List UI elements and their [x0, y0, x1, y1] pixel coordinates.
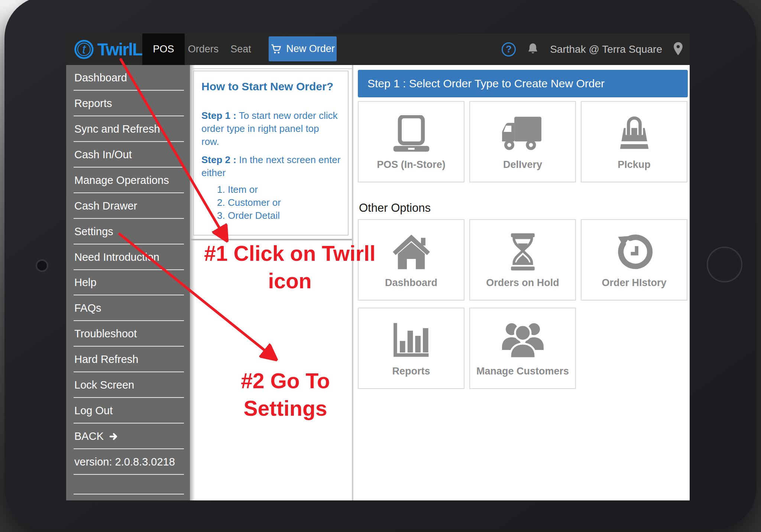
help-icon[interactable]: ?	[502, 42, 516, 56]
step2-label: Step 2 :	[201, 154, 236, 165]
order-type-tiles-row: POS (In-Store)DelIveryPIckup	[358, 101, 687, 182]
sidebar-item-label: Settings	[74, 226, 113, 238]
sidebar-item-label: Cash Drawer	[74, 200, 137, 212]
tile-pickup[interactable]: PIckup	[581, 101, 687, 182]
tile-orders-on-hold[interactable]: Orders on Hold	[469, 219, 576, 301]
navbar-right-cluster: ? Sarthak @ Terra Square	[502, 33, 684, 65]
sidebar-item-cash-in-out[interactable]: Cash In/Out	[66, 142, 190, 168]
home-icon	[383, 233, 439, 270]
step2-option: 2. Customer or	[217, 196, 342, 209]
tile-label: Orders on Hold	[470, 277, 575, 289]
sidebar-item-manage-operations[interactable]: Manage Operations	[66, 168, 190, 193]
annotation-note-1-line2: icon	[201, 267, 379, 295]
other-options-tiles-row2: ReportsManage Customers	[358, 308, 576, 389]
sidebar-item-help[interactable]: Help	[66, 270, 190, 296]
sidebar-menu: DashboardReportsSync and RefreshCash In/…	[66, 65, 190, 500]
sidebar-item-label: Troubleshoot	[74, 328, 137, 340]
top-navbar: t TwirlL POSOrdersSeat New Order ? Sarth…	[66, 33, 690, 65]
tab-seat[interactable]: Seat	[225, 33, 256, 65]
svg-text:t: t	[82, 42, 86, 56]
bezel-ring-highlight	[707, 247, 742, 282]
sidebar-item-label: Hard Refresh	[74, 353, 138, 366]
tile-pos-in-store[interactable]: POS (In-Store)	[358, 101, 464, 182]
other-options-heading: Other Options	[359, 201, 431, 215]
help-panel-top-border	[191, 68, 353, 69]
sidebar-item-label: version: 2.0.8.3.0218	[74, 456, 175, 468]
step2-option: 1. Item or	[217, 183, 342, 196]
sidebar-item-label: Need Introduction	[74, 251, 159, 263]
tile-label: POS (In-Store)	[359, 159, 464, 171]
sidebar-item-lock-screen[interactable]: Lock Screen	[66, 372, 190, 398]
tile-label: PIckup	[582, 159, 687, 171]
step2-options-list: 1. Item or2. Customer or3. Order Detail	[201, 183, 342, 222]
new-order-label: New Order	[286, 43, 335, 55]
twirll-logo-icon: t	[74, 39, 94, 60]
step1-paragraph: Step 1 : To start new order click order …	[201, 109, 342, 148]
annotation-note-1: #1 Click on Twirll icon	[201, 240, 379, 295]
step2-paragraph: Step 2 : In the next screen enter either	[201, 153, 342, 179]
brand-name: TwirlL	[97, 39, 142, 59]
sidebar-item-label: Help	[74, 276, 97, 289]
sidebar-filler	[66, 475, 190, 500]
sidebar-item-label: Manage Operations	[74, 174, 169, 186]
tile-order-history[interactable]: Order HIstory	[581, 219, 687, 301]
tile-label: Manage Customers	[470, 366, 575, 377]
shopping-bag-icon	[606, 115, 662, 152]
arrow-right-icon	[108, 432, 119, 441]
truck-icon	[495, 115, 551, 152]
sidebar-item-label: FAQs	[74, 302, 101, 314]
annotation-note-1-line1: #1 Click on Twirll	[201, 240, 379, 267]
sidebar-item-label: Dashboard	[74, 72, 127, 84]
sidebar-item-label: Sync and Refresh	[74, 123, 160, 135]
other-options-tiles-row1: DashboardOrders on HoldOrder HIstory	[358, 219, 687, 301]
sidebar-item-label: BACK	[74, 430, 104, 442]
twirll-logo[interactable]: t TwirlL	[74, 33, 142, 65]
tab-pos[interactable]: POS	[142, 33, 185, 65]
screenshot-stage: t TwirlL POSOrdersSeat New Order ? Sarth…	[0, 0, 761, 532]
people-icon	[495, 322, 551, 359]
tile-manage-customers[interactable]: Manage Customers	[469, 308, 576, 389]
new-order-button[interactable]: New Order	[269, 36, 337, 61]
how-to-panel: How to Start New Order? Step 1 : To star…	[193, 71, 349, 236]
sidebar-item-settings[interactable]: Settings	[66, 219, 190, 244]
sidebar-item-label: Lock Screen	[74, 379, 134, 391]
sidebar-item-faqs[interactable]: FAQs	[66, 295, 190, 321]
sidebar-item-cash-drawer[interactable]: Cash Drawer	[66, 193, 190, 219]
sidebar-item-label: Cash In/Out	[74, 149, 132, 161]
location-pin-icon[interactable]	[673, 42, 684, 57]
sidebar-item-log-out[interactable]: Log Out	[66, 398, 190, 424]
step2-option: 3. Order Detail	[217, 209, 342, 222]
hourglass-icon	[495, 233, 551, 270]
tab-orders[interactable]: Orders	[185, 33, 222, 65]
sidebar-item-dashboard[interactable]: Dashboard	[66, 65, 190, 91]
sidebar-item-label: Reports	[74, 97, 112, 110]
tile-label: DelIvery	[470, 159, 575, 171]
bar-chart-icon	[383, 322, 439, 359]
select-order-type-header: Step 1 : Select Order Type to Create New…	[358, 70, 688, 97]
sidebar-item-label: Log Out	[74, 405, 113, 417]
tile-label: Order HIstory	[582, 277, 687, 289]
user-location-label[interactable]: Sarthak @ Terra Square	[550, 43, 662, 55]
annotation-note-2: #2 Go To Settings	[196, 367, 375, 422]
sidebar-item-sync-and-refresh[interactable]: Sync and Refresh	[66, 116, 190, 142]
sidebar-item-reports[interactable]: Reports	[66, 91, 190, 116]
sidebar-item-back[interactable]: BACK	[66, 424, 190, 449]
notifications-bell-icon[interactable]	[526, 42, 540, 57]
front-camera	[36, 259, 48, 272]
sidebar-item-hard-refresh[interactable]: Hard Refresh	[66, 347, 190, 372]
step1-label: Step 1 :	[201, 110, 236, 121]
how-to-title: How to Start New Order?	[201, 80, 342, 93]
sidebar-item-troubleshoot[interactable]: Troubleshoot	[66, 321, 190, 347]
history-icon	[606, 233, 662, 270]
version-label: version: 2.0.8.3.0218	[66, 449, 190, 475]
tile-delivery[interactable]: DelIvery	[469, 101, 576, 182]
sidebar-item-need-introduction[interactable]: Need Introduction	[66, 244, 190, 270]
laptop-icon	[383, 115, 439, 152]
cart-icon	[271, 43, 282, 55]
